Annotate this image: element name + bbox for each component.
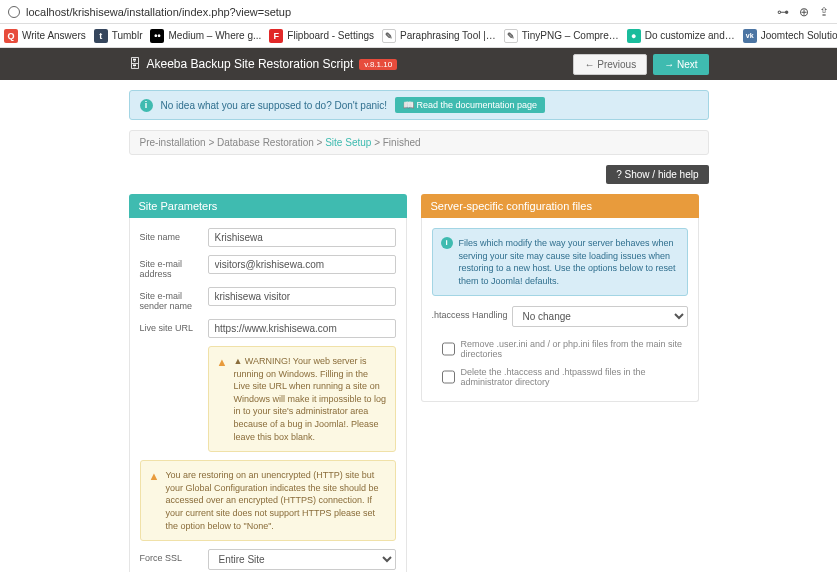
https-warning: ▲ You are restoring on an unencrypted (H… (140, 460, 396, 541)
site-email-input[interactable] (208, 255, 396, 274)
panel-title: Site Parameters (129, 194, 407, 218)
info-icon: i (140, 99, 153, 112)
info-icon: i (441, 237, 453, 249)
bookmark-item[interactable]: ✎Paraphrasing Tool |… (382, 29, 496, 43)
bookmark-item[interactable]: ••Medium – Where g... (150, 29, 261, 43)
breadcrumb-step[interactable]: Finished (383, 137, 421, 148)
next-button[interactable]: → Next (653, 54, 708, 75)
breadcrumb: Pre-installation > Database Restoration … (129, 130, 709, 155)
site-name-input[interactable] (208, 228, 396, 247)
site-name-label: Site name (140, 228, 208, 242)
remove-userini-label: Remove .user.ini and / or php.ini files … (461, 339, 688, 359)
globe-icon (8, 6, 20, 18)
archive-icon: 🗄 (129, 57, 141, 71)
previous-button[interactable]: ← Previous (573, 54, 647, 75)
breadcrumb-step[interactable]: Database Restoration (217, 137, 314, 148)
version-badge: v.8.1.10 (359, 59, 397, 70)
force-ssl-label: Force SSL (140, 549, 208, 563)
server-config-info: i Files which modify the way your server… (432, 228, 688, 296)
panel-title: Server-specific configuration files (421, 194, 699, 218)
key-icon[interactable]: ⊶ (777, 5, 789, 19)
force-ssl-select[interactable]: Entire Site (208, 549, 396, 570)
read-docs-button[interactable]: 📖 Read the documentation page (395, 97, 545, 113)
url-text[interactable]: localhost/krishisewa/installation/index.… (26, 6, 767, 18)
server-config-panel: Server-specific configuration files i Fi… (421, 194, 699, 402)
browser-url-bar: localhost/krishisewa/installation/index.… (0, 0, 837, 24)
share-icon[interactable]: ⇪ (819, 5, 829, 19)
search-icon[interactable]: ⊕ (799, 5, 809, 19)
htaccess-label: .htaccess Handling (432, 306, 512, 320)
breadcrumb-step[interactable]: Pre-installation (140, 137, 206, 148)
app-header: 🗄 Akeeba Backup Site Restoration Script … (0, 48, 837, 80)
bookmark-item[interactable]: vkJoomtech Solutions (743, 29, 837, 43)
htaccess-select[interactable]: No change (512, 306, 688, 327)
sender-name-label: Site e-mail sender name (140, 287, 208, 311)
site-parameters-panel: Site Parameters Site name Site e-mail ad… (129, 194, 407, 572)
info-text: No idea what you are supposed to do? Don… (161, 100, 388, 111)
bookmark-item[interactable]: FFlipboard - Settings (269, 29, 374, 43)
live-url-input[interactable] (208, 319, 396, 338)
delete-htaccess-label: Delete the .htaccess and .htpasswd files… (461, 367, 688, 387)
warning-icon: ▲ (217, 355, 228, 443)
bookmark-item[interactable]: tTumblr (94, 29, 143, 43)
warning-icon: ▲ (149, 469, 160, 532)
info-alert: i No idea what you are supposed to do? D… (129, 90, 709, 120)
app-title: 🗄 Akeeba Backup Site Restoration Script … (129, 57, 398, 71)
live-url-label: Live site URL (140, 319, 208, 333)
windows-warning: ▲ ▲ WARNING! Your web server is running … (208, 346, 396, 452)
bookmark-item[interactable]: ●Do customize and… (627, 29, 735, 43)
delete-htaccess-checkbox[interactable] (442, 367, 455, 387)
bookmarks-bar: QWrite Answers tTumblr ••Medium – Where … (0, 24, 837, 48)
bookmark-item[interactable]: QWrite Answers (4, 29, 86, 43)
toggle-help-button[interactable]: ? Show / hide help (606, 165, 708, 184)
remove-userini-checkbox[interactable] (442, 339, 455, 359)
site-email-label: Site e-mail address (140, 255, 208, 279)
breadcrumb-step-current[interactable]: Site Setup (325, 137, 371, 148)
sender-name-input[interactable] (208, 287, 396, 306)
bookmark-item[interactable]: ✎TinyPNG – Compre… (504, 29, 619, 43)
